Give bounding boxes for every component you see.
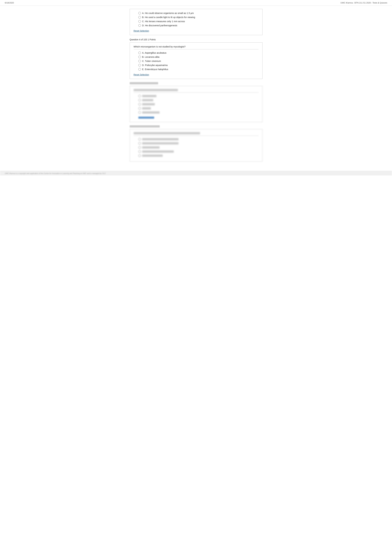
radio-5-d-blurred <box>138 107 141 110</box>
radio-6-d-blurred <box>138 150 141 153</box>
radio-3-d[interactable] <box>138 24 141 27</box>
blurred-option-5-e <box>134 111 258 114</box>
radio-6-c-blurred <box>138 146 141 149</box>
option-4-e[interactable]: E. Enterobryus halophilus <box>138 68 258 71</box>
radio-3-a[interactable] <box>138 12 141 15</box>
blurred-option-5-b <box>134 99 258 102</box>
blurred-option-5-a <box>134 95 258 97</box>
options-list-3: A. He could observe organisms as small a… <box>134 12 258 27</box>
options-list-4: A. Aspergillus aculeatus B. Lecanora alb… <box>134 51 258 71</box>
option-3-d[interactable]: D. He discovered parthenogenesis <box>138 24 258 27</box>
footer-bar: UWC iKamva is a copyright web applicatio… <box>0 171 392 175</box>
question-meta-6-blurred <box>130 125 160 128</box>
header-date: 6/18/2020 <box>5 2 14 4</box>
radio-3-b[interactable] <box>138 16 141 19</box>
option-3-a[interactable]: A. He could observe organisms as small a… <box>138 12 258 15</box>
header-title: UWC iKamva : BTN 211 S1 2020 : Tests & Q… <box>341 2 387 4</box>
reset-selection-4[interactable]: Reset Selection <box>134 73 149 76</box>
radio-4-c[interactable] <box>138 60 141 62</box>
option-4-a[interactable]: A. Aspergillus aculeatus <box>138 51 258 54</box>
radio-5-a-blurred <box>138 95 141 97</box>
reset-5-blurred <box>138 117 154 119</box>
question-text-4: Which microorganism is not studied by my… <box>134 45 258 49</box>
radio-3-c[interactable] <box>138 20 141 23</box>
page-header: 6/18/2020 UWC iKamva : BTN 211 S1 2020 :… <box>0 0 392 6</box>
radio-5-e-blurred <box>138 111 141 114</box>
radio-6-b-blurred <box>138 142 141 145</box>
radio-4-b[interactable] <box>138 56 141 58</box>
option-4-d[interactable]: D. Psilocybe aquamarina <box>138 64 258 66</box>
blurred-option-5-d <box>134 107 258 110</box>
option-3-c[interactable]: C. His lenses measures only 1 mm across <box>138 20 258 23</box>
question-box-4: Which microorganism is not studied by my… <box>130 42 263 79</box>
radio-5-b-blurred <box>138 99 141 102</box>
question-box-6-blurred <box>130 129 263 161</box>
question-box-5-blurred <box>130 86 263 122</box>
blurred-option-5-c <box>134 103 258 106</box>
blurred-option-6-e <box>134 154 258 157</box>
footer-text: UWC iKamva is a copyright web applicatio… <box>5 172 106 174</box>
blurred-option-6-a <box>134 138 258 140</box>
option-4-c[interactable]: C. Tuber cinereum <box>138 60 258 62</box>
option-3-b[interactable]: B. He used a candle light to lit up obje… <box>138 16 258 19</box>
q6-text-blurred <box>134 132 200 134</box>
radio-6-e-blurred <box>138 154 141 157</box>
main-content: A. He could observe organisms as small a… <box>125 6 267 171</box>
question-meta-4: Question 4 of 103 1 Points <box>130 38 263 41</box>
radio-4-a[interactable] <box>138 51 141 54</box>
radio-4-e[interactable] <box>138 68 141 71</box>
question-box-3: A. He could observe organisms as small a… <box>130 9 263 35</box>
radio-5-c-blurred <box>138 103 141 106</box>
blurred-option-6-b <box>134 142 258 145</box>
radio-4-d[interactable] <box>138 64 141 66</box>
blurred-option-6-c <box>134 146 258 149</box>
blurred-option-6-d <box>134 150 258 153</box>
question-meta-5-blurred <box>130 82 158 84</box>
radio-6-a-blurred <box>138 138 141 140</box>
reset-selection-3[interactable]: Reset Selection <box>134 29 149 32</box>
q5-text-blurred <box>134 89 178 91</box>
option-4-b[interactable]: B. Lecanora alba <box>138 56 258 58</box>
